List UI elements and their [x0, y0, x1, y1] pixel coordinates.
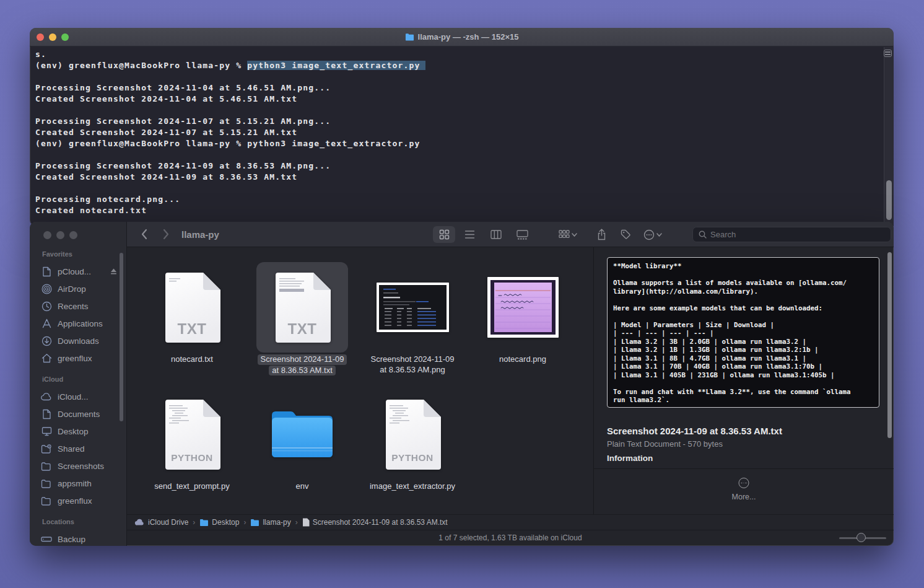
file-send-text-prompt.py[interactable]: PYTHON send_text_prompt.py — [146, 389, 238, 492]
sidebar-item-icloud[interactable]: iCloud... — [30, 388, 126, 405]
file-label: Screenshot 2024-11-09at 8.36.53 AM.png — [371, 354, 455, 375]
path-item-icloud-drive[interactable]: iCloud Drive — [134, 518, 188, 527]
desktop: llama-py — -zsh — 152×15 s.(env) greenfl… — [0, 0, 924, 588]
file-label: notecard.png — [499, 354, 546, 365]
terminal-titlebar[interactable]: llama-py — -zsh — 152×15 — [30, 28, 894, 46]
folder-fill-icon — [250, 519, 259, 526]
zoom-button[interactable] — [61, 33, 69, 41]
preview-scrollbar-thumb[interactable] — [887, 252, 892, 438]
terminal-scrollbar-thumb[interactable] — [886, 180, 892, 220]
terminal-scrollbar[interactable] — [884, 47, 894, 226]
path-separator: › — [243, 518, 246, 527]
document-icon: PYTHON — [367, 389, 458, 480]
file-screenshot-2024-11-09-at-8.36.53-am.txt[interactable]: TXT Screenshot 2024-11-09at 8.36.53 AM.t… — [256, 262, 348, 376]
sidebar-item-label: Recents — [58, 302, 89, 311]
sidebar-item-shared[interactable]: Shared — [30, 440, 126, 457]
sidebar-item-label: Applications — [58, 319, 103, 328]
document-icon: TXT — [256, 262, 348, 353]
preview-text-box: **Model library** Ollama supports a list… — [607, 257, 879, 408]
group-by-button[interactable] — [557, 226, 578, 243]
list-view-button[interactable] — [458, 226, 481, 243]
search-input[interactable] — [710, 230, 871, 239]
share-button[interactable] — [593, 226, 609, 243]
sidebar-item-downloads[interactable]: Downloads — [30, 332, 126, 349]
sidebar-item-label: Documents — [58, 410, 100, 419]
terminal-line — [35, 183, 894, 195]
sidebar-item-appsmith[interactable]: appsmith — [30, 475, 126, 492]
sidebar-item-greenflux[interactable]: greenflux — [30, 492, 126, 509]
gallery-view-button[interactable] — [511, 226, 533, 243]
file-image-text-extractor.py[interactable]: PYTHON image_text_extractor.py — [367, 389, 458, 492]
sidebar-item-backup[interactable]: Backup — [30, 530, 126, 546]
sidebar-item-label: Downloads — [58, 336, 99, 346]
sidebar-item-greenflux[interactable]: greenflux — [30, 349, 126, 367]
sidebar-item-applications[interactable]: Applications — [30, 315, 126, 332]
forward-button[interactable] — [159, 227, 173, 241]
folder-icon — [41, 462, 52, 471]
sidebar-item-recents[interactable]: Recents — [30, 297, 126, 315]
sidebar-item-airdrop[interactable]: AirDrop — [30, 280, 126, 297]
grid-view-button[interactable] — [433, 226, 455, 243]
document-icon — [41, 266, 52, 277]
preview-file-kind: Plain Text Document - 570 bytes — [607, 439, 723, 449]
minimize-button[interactable] — [49, 33, 56, 41]
icon-size-slider[interactable] — [839, 537, 886, 539]
share-icon — [597, 229, 606, 240]
desktop-icon — [41, 426, 52, 436]
home-icon — [41, 353, 52, 363]
svg-text:TXT: TXT — [178, 320, 207, 337]
more-icon[interactable] — [739, 478, 749, 488]
folder-icon — [41, 496, 52, 506]
sidebar-item-label: Screenshots — [58, 462, 104, 471]
file-notecard.txt[interactable]: TXT notecard.txt — [146, 262, 238, 365]
cloud-icon — [41, 393, 52, 401]
column-view-button[interactable] — [485, 226, 507, 243]
path-item-desktop[interactable]: Desktop — [199, 518, 239, 527]
image-thumbnail — [477, 262, 569, 353]
preview-divider — [594, 468, 894, 469]
sidebar-item-label: iCloud... — [58, 392, 89, 402]
path-item-label: iCloud Drive — [148, 518, 188, 527]
slider-knob[interactable] — [856, 533, 866, 542]
file-env[interactable]: env — [256, 389, 348, 492]
list-view-icon — [464, 230, 475, 239]
terminal-line — [35, 150, 894, 161]
file-notecard.png[interactable]: notecard.png — [477, 262, 569, 365]
sidebar-scrollbar-thumb[interactable] — [120, 253, 123, 421]
sidebar-item-desktop[interactable]: Desktop — [30, 423, 126, 440]
column-view-icon — [490, 230, 502, 239]
more-label[interactable]: More... — [594, 493, 894, 501]
svg-text:PYTHON: PYTHON — [391, 452, 434, 463]
more-actions-button[interactable] — [641, 226, 665, 243]
file-label: notecard.txt — [171, 354, 213, 365]
terminal-line: Processing Screenshot 2024-11-09 at 8.36… — [35, 161, 894, 172]
sidebar-item-pcloud[interactable]: pCloud... — [30, 263, 126, 280]
image-thumbnail — [367, 262, 458, 353]
finder-window: FavoritespCloud...AirDropRecentsApplicat… — [30, 222, 894, 546]
back-button[interactable] — [137, 227, 150, 241]
icloud-drive-icon — [134, 519, 145, 526]
file-screenshot-2024-11-09-at-8.36.53-am.png[interactable]: Screenshot 2024-11-09at 8.36.53 AM.png — [367, 262, 458, 375]
terminal-output[interactable]: s.(env) greenflux@MacBookPro llama-py % … — [30, 47, 894, 226]
eject-icon[interactable] — [110, 268, 118, 275]
minimize-button[interactable] — [56, 231, 64, 239]
zoom-button[interactable] — [69, 231, 77, 239]
terminal-line: (env) greenflux@MacBookPro llama-py % py… — [35, 139, 894, 150]
terminal-line: Created Screenshot 2024-11-07 at 5.15.21… — [35, 128, 894, 139]
preview-filename: Screenshot 2024-11-09 at 8.36.53 AM.txt — [607, 426, 782, 436]
group-by-icon — [559, 230, 570, 240]
path-item-screenshot-2024-11-09-at-8.36.53-am.txt[interactable]: Screenshot 2024-11-09 at 8.36.53 AM.txt — [302, 518, 448, 527]
path-item-llama-py[interactable]: llama-py — [250, 518, 290, 527]
tag-button[interactable] — [617, 226, 634, 243]
split-pane-icon[interactable] — [884, 50, 892, 57]
sidebar-item-screenshots[interactable]: Screenshots — [30, 457, 126, 475]
close-button[interactable] — [37, 33, 44, 41]
drive-icon — [41, 535, 52, 543]
search-field[interactable] — [692, 227, 891, 242]
recents-icon — [41, 301, 52, 312]
terminal-line: Created notecard.txt — [35, 206, 894, 217]
close-button[interactable] — [43, 231, 51, 239]
terminal-window: llama-py — -zsh — 152×15 s.(env) greenfl… — [30, 28, 894, 226]
document-fill-icon — [302, 518, 310, 527]
sidebar-item-documents[interactable]: Documents — [30, 405, 126, 423]
